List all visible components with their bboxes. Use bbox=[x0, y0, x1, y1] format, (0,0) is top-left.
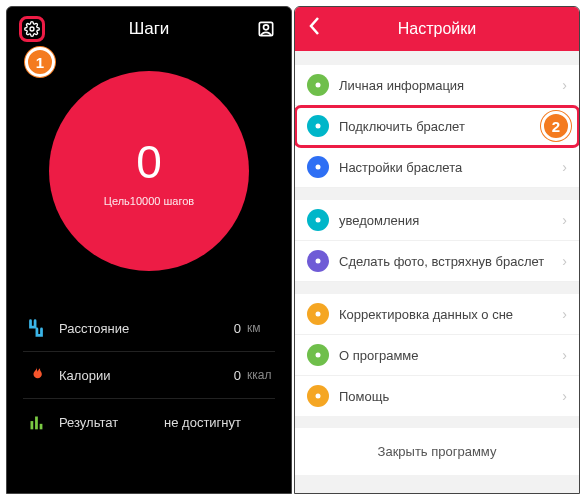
settings-item-label: Личная информация bbox=[339, 78, 562, 93]
settings-item[interactable]: О программе› bbox=[295, 335, 579, 376]
close-app-button[interactable]: Закрыть программу bbox=[295, 428, 579, 475]
stats-list: Расстояние 0 км Калории 0 ккал Результат… bbox=[23, 305, 275, 445]
stat-unit: км bbox=[247, 321, 275, 335]
settings-item-icon bbox=[307, 156, 329, 178]
svg-point-8 bbox=[316, 165, 321, 170]
chevron-right-icon: › bbox=[562, 253, 567, 269]
svg-point-13 bbox=[316, 394, 321, 399]
svg-point-12 bbox=[316, 353, 321, 358]
settings-title: Настройки bbox=[295, 20, 579, 38]
list-gap bbox=[295, 188, 579, 200]
settings-item-icon bbox=[307, 209, 329, 231]
chevron-right-icon: › bbox=[562, 306, 567, 322]
steps-title: Шаги bbox=[45, 19, 253, 39]
svg-rect-5 bbox=[40, 424, 43, 430]
back-icon[interactable] bbox=[303, 16, 325, 42]
stat-label: Расстояние bbox=[59, 321, 213, 336]
svg-point-10 bbox=[316, 259, 321, 264]
svg-point-7 bbox=[316, 124, 321, 129]
settings-item[interactable]: Подключить браслет› bbox=[295, 106, 579, 147]
settings-item[interactable]: Сделать фото, встряхнув браслет› bbox=[295, 241, 579, 282]
calories-icon bbox=[23, 362, 49, 388]
result-icon bbox=[23, 409, 49, 435]
annotation-badge-2: 2 bbox=[541, 111, 571, 141]
steps-topbar: Шаги bbox=[7, 7, 291, 51]
steps-count: 0 bbox=[136, 135, 162, 189]
stat-unit: ккал bbox=[247, 368, 275, 382]
settings-list: Личная информация›Подключить браслет›Нас… bbox=[295, 65, 579, 416]
list-gap bbox=[295, 282, 579, 294]
settings-item-label: Помощь bbox=[339, 389, 562, 404]
chevron-right-icon: › bbox=[562, 388, 567, 404]
profile-icon[interactable] bbox=[253, 16, 279, 42]
settings-item-icon bbox=[307, 344, 329, 366]
stat-value: не достигнут bbox=[164, 415, 241, 430]
settings-screen: Настройки Личная информация›Подключить б… bbox=[294, 6, 580, 494]
svg-point-2 bbox=[264, 25, 269, 30]
stat-result: Результат не достигнут bbox=[23, 399, 275, 445]
settings-item-icon bbox=[307, 74, 329, 96]
settings-item[interactable]: Помощь› bbox=[295, 376, 579, 416]
settings-item-label: уведомления bbox=[339, 213, 562, 228]
settings-item[interactable]: Корректировка данных о сне› bbox=[295, 294, 579, 335]
settings-topbar: Настройки bbox=[295, 7, 579, 51]
stat-calories: Калории 0 ккал bbox=[23, 352, 275, 399]
stat-value: 0 bbox=[213, 368, 241, 383]
settings-item[interactable]: Настройки браслета› bbox=[295, 147, 579, 188]
svg-point-0 bbox=[30, 27, 34, 31]
settings-item-label: Сделать фото, встряхнув браслет bbox=[339, 254, 562, 269]
annotation-badge-1: 1 bbox=[25, 47, 55, 77]
settings-item-label: Корректировка данных о сне bbox=[339, 307, 562, 322]
settings-gear-icon[interactable] bbox=[19, 16, 45, 42]
chevron-right-icon: › bbox=[562, 159, 567, 175]
svg-point-11 bbox=[316, 312, 321, 317]
settings-item-label: Подключить браслет bbox=[339, 119, 562, 134]
settings-item-icon bbox=[307, 385, 329, 407]
svg-rect-3 bbox=[31, 421, 34, 429]
distance-icon bbox=[23, 315, 49, 341]
settings-item-label: О программе bbox=[339, 348, 562, 363]
settings-item[interactable]: Личная информация› bbox=[295, 65, 579, 106]
chevron-right-icon: › bbox=[562, 212, 567, 228]
settings-item-icon bbox=[307, 303, 329, 325]
steps-screen: Шаги 0 Цель10000 шагов Расстояние bbox=[6, 6, 292, 494]
chevron-right-icon: › bbox=[562, 77, 567, 93]
svg-point-9 bbox=[316, 218, 321, 223]
steps-circle-wrap: 0 Цель10000 шагов bbox=[7, 51, 291, 281]
stat-distance: Расстояние 0 км bbox=[23, 305, 275, 352]
settings-item-icon bbox=[307, 115, 329, 137]
settings-item-icon bbox=[307, 250, 329, 272]
svg-rect-4 bbox=[35, 417, 38, 430]
settings-item-label: Настройки браслета bbox=[339, 160, 562, 175]
steps-goal: Цель10000 шагов bbox=[104, 195, 194, 207]
stat-value: 0 bbox=[213, 321, 241, 336]
stat-label: Результат bbox=[59, 415, 164, 430]
settings-item[interactable]: уведомления› bbox=[295, 200, 579, 241]
steps-progress-circle[interactable]: 0 Цель10000 шагов bbox=[49, 71, 249, 271]
chevron-right-icon: › bbox=[562, 347, 567, 363]
svg-point-6 bbox=[316, 83, 321, 88]
stat-label: Калории bbox=[59, 368, 213, 383]
